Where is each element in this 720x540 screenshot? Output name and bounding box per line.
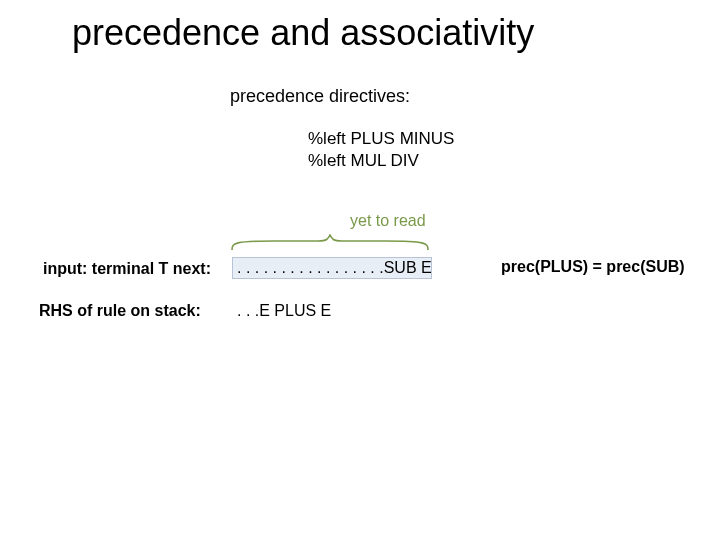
input-terminal-value: . . . . . . . . . . . . . . . . .SUB E [237, 259, 432, 277]
input-terminal-label: input: terminal T next: [43, 260, 211, 278]
rhs-stack-label: RHS of rule on stack: [39, 302, 201, 320]
precedence-equation: prec(PLUS) = prec(SUB) [501, 258, 685, 276]
precedence-directives-code: %left PLUS MINUS %left MUL DIV [308, 128, 454, 172]
precedence-directives-label: precedence directives: [230, 86, 410, 107]
yet-to-read-label: yet to read [350, 212, 426, 230]
rhs-stack-value: . . .E PLUS E [237, 302, 331, 320]
slide-title: precedence and associativity [72, 12, 534, 54]
curly-brace-icon [230, 234, 430, 252]
